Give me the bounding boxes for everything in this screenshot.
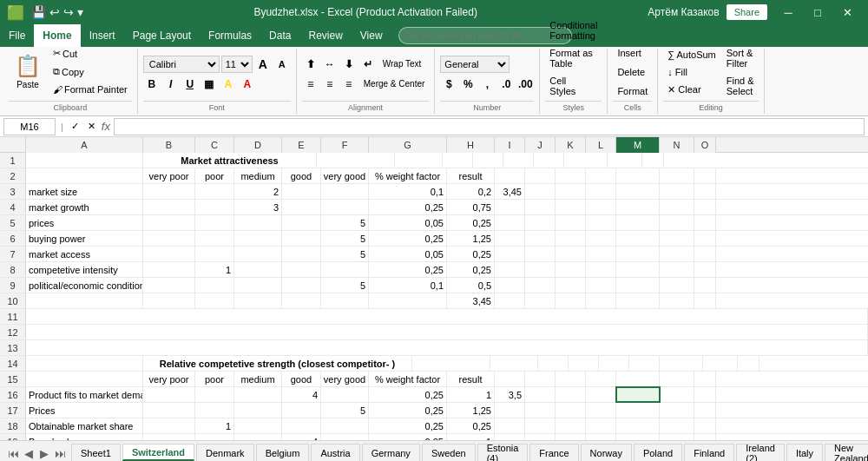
underline-button[interactable]: U bbox=[181, 76, 199, 93]
row-num-16[interactable]: 16 bbox=[0, 387, 26, 402]
cell-a19[interactable]: Brand value bbox=[26, 434, 143, 440]
sheet-tab-poland[interactable]: Poland bbox=[634, 444, 682, 461]
cell-j4[interactable] bbox=[525, 200, 556, 214]
cell-d16[interactable] bbox=[234, 387, 282, 402]
conditional-formatting-button[interactable]: ConditionalFormatting bbox=[545, 17, 602, 43]
cell-a3[interactable]: market size bbox=[26, 184, 143, 199]
sheet-tab-sheet1[interactable]: Sheet1 bbox=[71, 444, 121, 461]
cell-j3[interactable] bbox=[525, 184, 556, 199]
col-header-g[interactable]: G bbox=[369, 137, 447, 153]
cell-h1[interactable] bbox=[395, 153, 443, 168]
cell-i18[interactable] bbox=[495, 418, 525, 433]
col-header-f[interactable]: F bbox=[321, 137, 369, 153]
cell-b6[interactable] bbox=[143, 231, 195, 246]
cell-i3[interactable]: 3,45 bbox=[495, 184, 525, 199]
cell-i2[interactable] bbox=[495, 168, 525, 183]
cell-d4[interactable]: 3 bbox=[234, 200, 282, 214]
cell-k3[interactable] bbox=[556, 184, 586, 199]
align-bottom-button[interactable]: ⬇ bbox=[340, 56, 358, 73]
cell-b19[interactable] bbox=[143, 434, 195, 440]
cell-k6[interactable] bbox=[556, 231, 586, 246]
prev-sheet-button[interactable]: ◀ bbox=[21, 445, 36, 461]
cell-i17[interactable] bbox=[495, 403, 525, 418]
cell-k2[interactable] bbox=[556, 168, 586, 183]
row-num-19[interactable]: 19 bbox=[0, 434, 26, 440]
cell-k14[interactable] bbox=[599, 356, 629, 371]
comma-button[interactable]: , bbox=[478, 76, 496, 93]
cell-i7[interactable] bbox=[495, 247, 525, 261]
cell-m5[interactable] bbox=[616, 215, 660, 230]
cell-g19[interactable]: 0,25 bbox=[369, 434, 447, 440]
cell-e8[interactable] bbox=[282, 262, 321, 277]
cell-j19[interactable] bbox=[525, 434, 556, 440]
cell-o9[interactable] bbox=[694, 278, 716, 293]
cell-b7[interactable] bbox=[143, 247, 195, 261]
cell-c16[interactable] bbox=[195, 387, 234, 402]
col-header-j[interactable]: J bbox=[525, 137, 556, 153]
currency-button[interactable]: $ bbox=[440, 76, 457, 93]
cell-g10[interactable] bbox=[369, 293, 447, 308]
cell-a18[interactable]: Obtainable market share bbox=[26, 418, 143, 433]
next-sheet-button[interactable]: ▶ bbox=[36, 445, 52, 461]
cell-d7[interactable] bbox=[234, 247, 282, 261]
row-num-5[interactable]: 5 bbox=[0, 215, 26, 230]
cell-m3[interactable] bbox=[616, 184, 660, 199]
cell-n1[interactable] bbox=[608, 153, 642, 168]
cell-f6[interactable]: 5 bbox=[321, 231, 369, 246]
cell-f8[interactable] bbox=[321, 262, 369, 277]
copy-button[interactable]: ⧉ Copy bbox=[49, 63, 132, 80]
cell-c4[interactable] bbox=[195, 200, 234, 214]
row-num-12[interactable]: 12 bbox=[0, 325, 26, 339]
cell-j1[interactable] bbox=[473, 153, 503, 168]
sheet-tab-france[interactable]: France bbox=[529, 444, 578, 461]
cell-g8[interactable]: 0,25 bbox=[369, 262, 447, 277]
cell-g15[interactable]: % weight factor bbox=[369, 372, 447, 386]
cell-j18[interactable] bbox=[525, 418, 556, 433]
checkmark-icon[interactable]: ✓ bbox=[69, 120, 82, 133]
sheet-tab-ireland[interactable]: Ireland (2) bbox=[736, 444, 785, 461]
cell-o7[interactable] bbox=[694, 247, 716, 261]
cell-m6[interactable] bbox=[616, 231, 660, 246]
cell-i5[interactable] bbox=[495, 215, 525, 230]
sheet-tab-finland[interactable]: Finland bbox=[684, 444, 734, 461]
align-center-button[interactable]: ≡ bbox=[321, 76, 339, 93]
fill-button[interactable]: ↓ Fill bbox=[663, 64, 720, 80]
cell-h3[interactable]: 0,2 bbox=[447, 184, 495, 199]
cell-b18[interactable] bbox=[143, 418, 195, 433]
cell-j17[interactable] bbox=[525, 403, 556, 418]
cut-button[interactable]: ✂ Cut bbox=[49, 45, 132, 62]
redo-icon[interactable]: ↪ bbox=[63, 5, 74, 19]
col-header-a[interactable]: A bbox=[26, 137, 143, 153]
sheet-tab-germany[interactable]: Germany bbox=[362, 444, 420, 461]
cell-j6[interactable] bbox=[525, 231, 556, 246]
first-sheet-button[interactable]: ⏮ bbox=[5, 445, 21, 461]
cell-e9[interactable] bbox=[282, 278, 321, 293]
cell-h9[interactable]: 0,5 bbox=[447, 278, 495, 293]
cell-c8[interactable]: 1 bbox=[195, 262, 234, 277]
cell-b2[interactable]: very poor bbox=[143, 168, 195, 183]
cell-e5[interactable] bbox=[282, 215, 321, 230]
cell-o15[interactable] bbox=[694, 372, 716, 386]
cell-d8[interactable] bbox=[234, 262, 282, 277]
close-button[interactable]: ✕ bbox=[833, 0, 861, 24]
cell-b8[interactable] bbox=[143, 262, 195, 277]
cell-f4[interactable] bbox=[321, 200, 369, 214]
cell-f16[interactable] bbox=[321, 387, 369, 402]
cell-i1[interactable] bbox=[443, 153, 473, 168]
cell-n2[interactable] bbox=[660, 168, 694, 183]
cell-j2[interactable] bbox=[525, 168, 556, 183]
col-header-o[interactable]: O bbox=[694, 137, 716, 153]
cell-j16[interactable] bbox=[525, 387, 556, 402]
cell-l18[interactable] bbox=[586, 418, 616, 433]
increase-decimal-button[interactable]: .0 bbox=[497, 76, 515, 93]
cell-g7[interactable]: 0,05 bbox=[369, 247, 447, 261]
row-num-3[interactable]: 3 bbox=[0, 184, 26, 199]
cell-g1[interactable] bbox=[317, 153, 395, 168]
cell-12[interactable] bbox=[26, 325, 868, 339]
cell-k18[interactable] bbox=[556, 418, 586, 433]
cell-n10[interactable] bbox=[660, 293, 694, 308]
cell-h8[interactable]: 0,25 bbox=[447, 262, 495, 277]
cell-d18[interactable] bbox=[234, 418, 282, 433]
cell-m14[interactable] bbox=[660, 356, 703, 371]
tab-data[interactable]: Data bbox=[260, 24, 299, 47]
